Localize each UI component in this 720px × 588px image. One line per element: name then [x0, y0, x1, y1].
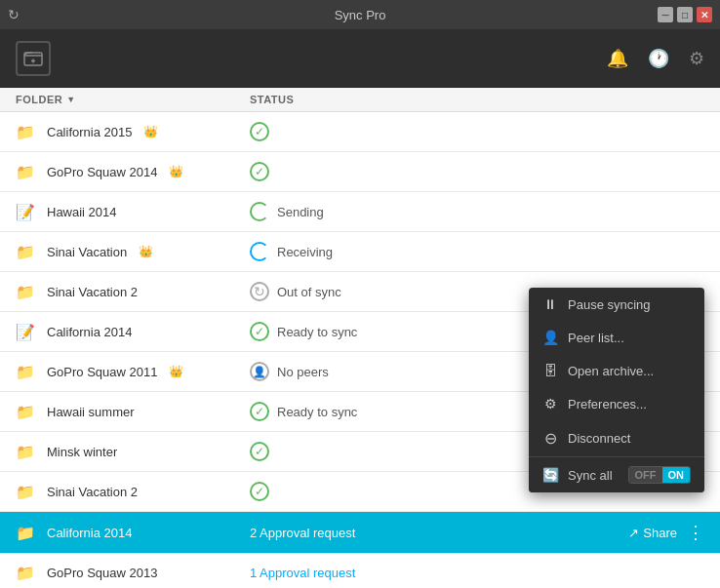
folder-icon: 📁 — [16, 243, 37, 260]
table-row[interactable]: 📁 Sinai Vacation 👑 Receiving — [0, 232, 720, 272]
synced-icon: ✓ — [250, 482, 269, 501]
folder-cell: 📁 GoPro Squaw 2011 👑 — [16, 363, 250, 380]
window-title: Sync Pro — [335, 8, 386, 22]
sync-all-menuitem[interactable]: 🔄 Sync all OFF ON — [529, 457, 704, 492]
folder-icon: 📁 — [16, 483, 37, 500]
crown-badge: 👑 — [139, 245, 153, 258]
folder-cell: 📁 California 2015 👑 — [16, 123, 250, 140]
table-row[interactable]: 📁 California 2015 👑 ✓ — [0, 112, 720, 152]
close-button[interactable]: ✕ — [697, 7, 712, 22]
crown-badge: 👑 — [169, 365, 183, 378]
folder-cell: 📁 California 2014 — [16, 524, 250, 541]
folder-icon: 📁 — [16, 564, 37, 581]
share-button[interactable]: ↗ Share — [628, 526, 677, 540]
table-row[interactable]: 📁 GoPro Squaw 2014 👑 ✓ — [0, 152, 720, 192]
row-actions: ↗ Share ⋮ — [587, 522, 704, 543]
archive-icon: 🗄 — [542, 363, 558, 378]
window: ↻ Sync Pro ─ □ ✕ 🔔 🕐 ⚙ — [0, 0, 720, 588]
disconnect-menuitem[interactable]: ⊖ Disconnect — [529, 420, 704, 456]
table-row[interactable]: 📝 Hawaii 2014 Sending — [0, 192, 720, 232]
disconnect-icon: ⊖ — [542, 429, 558, 448]
main-content: FOLDER ▼ STATUS 📁 California 2015 👑 ✓ 📁 … — [0, 88, 720, 588]
syncall-icon: 🔄 — [542, 467, 558, 483]
sending-icon — [250, 202, 269, 221]
synced-icon: ✓ — [250, 122, 269, 141]
folder-icon: 📁 — [16, 123, 37, 140]
status-cell: ✓ — [250, 162, 704, 181]
folder-cell: 📁 Sinai Vacation 2 — [16, 283, 250, 300]
notifications-icon[interactable]: 🔔 — [607, 48, 628, 69]
folder-cell: 📝 Hawaii 2014 — [16, 203, 250, 220]
toggle-off-label[interactable]: OFF — [629, 467, 662, 483]
share-icon: ↗ — [628, 526, 639, 540]
status-cell: Receiving — [250, 242, 704, 261]
maximize-button[interactable]: □ — [677, 7, 693, 22]
crown-badge: 👑 — [169, 165, 183, 178]
folder-icon: 📁 — [16, 363, 37, 380]
crown-badge: 👑 — [143, 125, 158, 138]
outofsync-icon: ↻ — [250, 282, 269, 301]
folder-icon: 📁 — [16, 403, 37, 420]
folder-cell: 📁 Minsk winter — [16, 443, 250, 460]
readytosync-icon: ✓ — [250, 402, 269, 421]
table-header: FOLDER ▼ STATUS — [0, 88, 720, 112]
open-archive-menuitem[interactable]: 🗄 Open archive... — [529, 354, 704, 387]
folder-cell: 📁 GoPro Squaw 2014 👑 — [16, 163, 250, 180]
nopeers-icon: 👤 — [250, 362, 269, 381]
pause-syncing-menuitem[interactable]: ⏸ Pause syncing — [529, 288, 704, 321]
readytosync-icon: ✓ — [250, 322, 269, 341]
folder-cell: 📁 Sinai Vacation 👑 — [16, 243, 250, 260]
folder-icon: 📁 — [16, 283, 37, 300]
peer-icon: 👤 — [542, 330, 558, 345]
refresh-icon[interactable]: ↻ — [8, 7, 20, 22]
status-cell: 2 Approval request — [250, 526, 587, 540]
folder-icon: 📝 — [16, 323, 37, 340]
table-row-selected[interactable]: 📁 California 2014 2 Approval request ↗ S… — [0, 512, 720, 554]
status-cell: Sending — [250, 202, 704, 221]
folder-modified-icon: 📝 — [16, 203, 37, 220]
toggle-on-label[interactable]: ON — [662, 467, 691, 483]
status-cell: 1 Approval request — [250, 566, 704, 580]
folder-cell: 📁 GoPro Squaw 2013 — [16, 564, 250, 581]
folder-icon: 📁 — [16, 524, 37, 541]
toolbar: 🔔 🕐 ⚙ — [0, 29, 720, 88]
peer-list-menuitem[interactable]: 👤 Peer list... — [529, 321, 704, 354]
status-column-header: STATUS — [250, 94, 704, 105]
minimize-button[interactable]: ─ — [658, 7, 673, 22]
folder-cell: 📝 California 2014 — [16, 323, 250, 340]
window-controls: ─ □ ✕ — [658, 7, 712, 22]
sync-toggle[interactable]: OFF ON — [628, 466, 692, 484]
pause-icon: ⏸ — [542, 296, 558, 312]
synced-icon: ✓ — [250, 162, 269, 181]
history-icon[interactable]: 🕐 — [648, 48, 669, 69]
folder-cell: 📁 Hawaii summer — [16, 403, 250, 420]
folder-cell: 📁 Sinai Vacation 2 — [16, 483, 250, 500]
folder-icon: 📁 — [16, 163, 37, 180]
table-row[interactable]: 📁 GoPro Squaw 2013 1 Approval request — [0, 554, 720, 588]
preferences-menuitem[interactable]: ⚙ Preferences... — [529, 387, 704, 420]
settings-icon[interactable]: ⚙ — [689, 48, 704, 69]
context-menu: ⏸ Pause syncing 👤 Peer list... 🗄 Open ar… — [529, 288, 704, 492]
folder-column-header[interactable]: FOLDER ▼ — [16, 94, 250, 105]
add-folder-button[interactable] — [16, 41, 51, 76]
more-options-button[interactable]: ⋮ — [687, 522, 704, 543]
synced-icon: ✓ — [250, 442, 269, 461]
receiving-icon — [250, 242, 269, 261]
title-bar: ↻ Sync Pro ─ □ ✕ — [0, 0, 720, 29]
folder-icon: 📁 — [16, 443, 37, 460]
status-cell: ✓ — [250, 122, 704, 141]
preferences-icon: ⚙ — [542, 396, 558, 412]
